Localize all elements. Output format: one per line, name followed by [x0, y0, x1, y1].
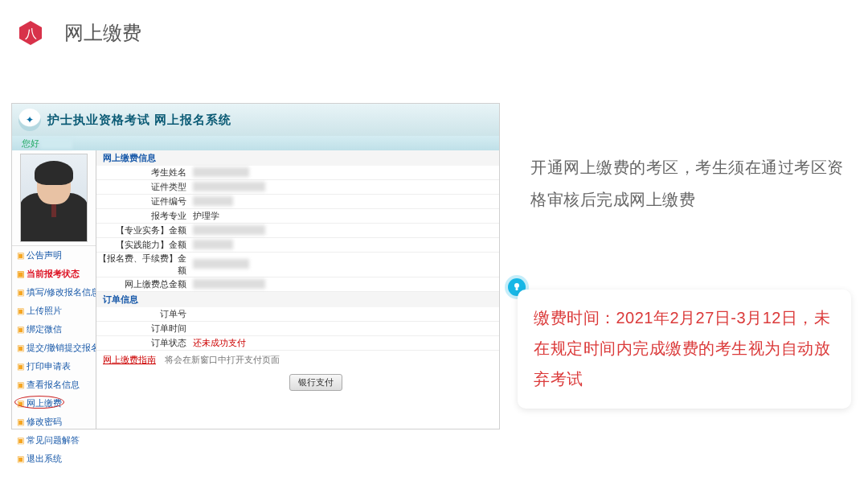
- info-row: 考生姓名: [96, 166, 499, 180]
- bank-pay-button[interactable]: 银行支付: [289, 374, 342, 391]
- sidebar-item-3[interactable]: ▣上传照片: [12, 302, 96, 320]
- sidebar-item-7[interactable]: ▣查看报名信息: [12, 376, 96, 394]
- sidebar-item-4[interactable]: ▣绑定微信: [12, 320, 96, 339]
- menu-bullet-icon: ▣: [17, 269, 24, 278]
- menu-bullet-icon: ▣: [17, 288, 24, 297]
- payment-guide-link[interactable]: 网上缴费指南: [96, 351, 162, 369]
- menu-bullet-icon: ▣: [17, 343, 24, 352]
- info-row: 证件编号: [96, 195, 499, 209]
- welcome-label: 您好: [22, 138, 39, 148]
- payment-info-title: 网上缴费信息: [96, 150, 499, 166]
- sidebar-item-0[interactable]: ▣公告声明: [12, 246, 96, 265]
- info-label: 证件类型: [96, 181, 193, 193]
- menu-bullet-icon: ▣: [17, 417, 24, 426]
- username-blur: [40, 138, 72, 149]
- menu-bullet-icon: ▣: [17, 362, 24, 371]
- info-row: 【专业实务】金额: [96, 224, 499, 238]
- value-blur: [193, 259, 249, 269]
- menu-bullet-icon: ▣: [17, 380, 24, 389]
- sidebar-item-10[interactable]: ▣常见问题解答: [12, 431, 96, 450]
- info-value: [193, 225, 499, 236]
- value-blur: [193, 167, 249, 177]
- info-label: 报考专业: [96, 210, 193, 222]
- svg-text:八: 八: [25, 27, 37, 40]
- info-value: 护理学: [193, 210, 499, 222]
- order-row: 订单号: [96, 307, 499, 322]
- menu-bullet-icon: ▣: [17, 325, 24, 334]
- sidebar-item-11[interactable]: ▣退出系统: [12, 450, 96, 468]
- sidebar-item-label: 公告声明: [27, 250, 62, 260]
- info-row: 网上缴费总金额: [96, 277, 499, 292]
- info-row: 【实践能力】金额: [96, 238, 499, 253]
- sidebar-item-label: 提交/撤销提交报名: [27, 343, 96, 352]
- app-logo-icon: [18, 109, 41, 131]
- welcome-bar: 您好: [12, 136, 499, 150]
- sidebar-item-label: 修改密码: [27, 417, 62, 426]
- info-row: 报考专业护理学: [96, 209, 499, 224]
- info-label: 【报名费、手续费】金额: [96, 253, 193, 277]
- sidebar-item-9[interactable]: ▣修改密码: [12, 413, 96, 431]
- order-label: 订单号: [96, 308, 193, 320]
- content-area: 网上缴费信息 考生姓名证件类型证件编号报考专业护理学【专业实务】金额【实践能力】…: [96, 150, 499, 429]
- page-title: 网上缴费: [64, 20, 141, 46]
- value-blur: [193, 225, 265, 235]
- sidebar-item-label: 填写/修改报名信息: [27, 287, 96, 297]
- candidate-photo: [20, 154, 88, 242]
- menu-bullet-icon: ▣: [17, 399, 24, 408]
- sidebar-item-label: 上传照片: [27, 306, 62, 315]
- menu-bullet-icon: ▣: [17, 454, 24, 463]
- sidebar-item-label: 打印申请表: [27, 361, 71, 371]
- menu-bullet-icon: ▣: [17, 436, 24, 445]
- sidebar-item-8[interactable]: ▣网上缴费: [12, 394, 96, 413]
- value-blur: [193, 196, 233, 206]
- sidebar-menu: ▣公告声明▣当前报考状态▣填写/修改报名信息▣上传照片▣绑定微信▣提交/撤销提交…: [12, 245, 96, 468]
- info-value: [193, 196, 499, 208]
- info-value: [193, 240, 499, 251]
- left-column: ▣公告声明▣当前报考状态▣填写/修改报名信息▣上传照片▣绑定微信▣提交/撤销提交…: [12, 150, 96, 429]
- app-title: 护士执业资格考试 网上报名系统: [47, 113, 231, 128]
- svg-point-2: [514, 283, 519, 288]
- sidebar-item-label: 当前报考状态: [27, 269, 80, 278]
- order-row: 订单状态还未成功支付: [96, 336, 499, 351]
- info-label: 证件编号: [96, 195, 193, 208]
- info-label: 【实践能力】金额: [96, 239, 193, 251]
- info-label: 考生姓名: [96, 166, 193, 179]
- info-label: 【专业实务】金额: [96, 224, 193, 236]
- order-row: 订单时间: [96, 322, 499, 336]
- info-label: 网上缴费总金额: [96, 278, 193, 290]
- info-row: 证件类型: [96, 180, 499, 195]
- order-info-title: 订单信息: [96, 292, 499, 307]
- sidebar-item-label: 绑定微信: [27, 324, 62, 334]
- sidebar-item-label: 查看报名信息: [27, 380, 80, 389]
- info-value: [193, 279, 499, 290]
- order-label: 订单状态: [96, 337, 193, 349]
- info-row: 【报名费、手续费】金额: [96, 253, 499, 277]
- order-label: 订单时间: [96, 323, 193, 335]
- sidebar-item-label: 退出系统: [27, 454, 62, 463]
- info-value: [193, 259, 499, 270]
- value-blur: [193, 279, 265, 289]
- sidebar-item-label: 常见问题解答: [27, 435, 80, 445]
- guide-note: 将会在新窗口中打开支付页面: [165, 355, 280, 364]
- tip-box: 缴费时间：2021年2月27日-3月12日，未在规定时间内完成缴费的考生视为自动…: [518, 290, 851, 409]
- photo-box: [12, 150, 96, 245]
- app-screenshot: 护士执业资格考试 网上报名系统 您好 ▣公告声明▣当前报考状态▣填写/修改报名信…: [11, 103, 500, 429]
- info-value: [193, 167, 499, 179]
- step-badge-icon: 八: [18, 20, 43, 46]
- sidebar-item-1[interactable]: ▣当前报考状态: [12, 265, 96, 283]
- menu-bullet-icon: ▣: [17, 251, 24, 260]
- order-value: 还未成功支付: [193, 337, 499, 349]
- value-blur: [193, 240, 233, 249]
- menu-bullet-icon: ▣: [17, 306, 24, 315]
- sidebar-item-label: 网上缴费: [27, 398, 62, 408]
- value-blur: [193, 182, 265, 191]
- info-value: [193, 182, 499, 193]
- description-text: 开通网上缴费的考区，考生须在通过考区资格审核后完成网上缴费: [530, 151, 852, 216]
- sidebar-item-6[interactable]: ▣打印申请表: [12, 357, 96, 376]
- svg-rect-3: [516, 288, 518, 290]
- app-header: 护士执业资格考试 网上报名系统: [12, 104, 499, 136]
- sidebar-item-5[interactable]: ▣提交/撤销提交报名: [12, 339, 96, 357]
- sidebar-item-2[interactable]: ▣填写/修改报名信息: [12, 283, 96, 302]
